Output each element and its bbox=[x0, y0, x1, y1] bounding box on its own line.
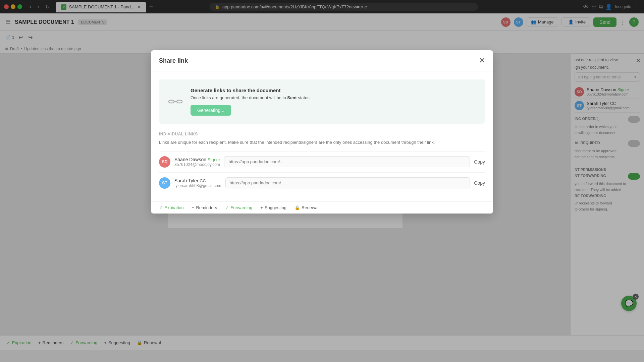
link-url-sarah[interactable] bbox=[225, 177, 470, 188]
renewal-lock-icon-modal: 🔒 bbox=[294, 205, 300, 210]
link-name-sarah: Sarah Tyler CC bbox=[174, 178, 221, 183]
renewal-tab-label: Renewal bbox=[302, 205, 319, 210]
modal-bottom-tabs: ✓ Expiration + Reminders ✓ Forwarding + … bbox=[151, 201, 493, 214]
link-email-shane: 85761024@moodjoy.com bbox=[174, 162, 220, 167]
share-info-text: Generate links to share the document Onc… bbox=[191, 87, 311, 116]
modal-close-btn[interactable]: ✕ bbox=[479, 56, 485, 65]
link-name-shane: Shane Dawson Signer bbox=[174, 157, 220, 162]
copy-btn-shane[interactable]: Copy bbox=[474, 159, 485, 165]
modal-tab-reminders[interactable]: + Reminders bbox=[192, 205, 217, 210]
link-avatar-sarah: ST bbox=[159, 177, 170, 189]
link-email-sarah: tylersarah508@gmail.com bbox=[174, 183, 221, 188]
individual-links-title: INDIVIDUAL LINKS bbox=[159, 132, 485, 136]
expiration-check-icon-modal: ✓ bbox=[159, 205, 163, 210]
share-info-box: Generate links to share the document Onc… bbox=[159, 79, 485, 124]
link-role-sarah: CC bbox=[200, 178, 206, 183]
share-link-modal: Share link ✕ Generate links to share the… bbox=[151, 50, 493, 214]
modal-tab-suggesting[interactable]: + Suggesting bbox=[260, 205, 286, 210]
modal-tab-forwarding[interactable]: ✓ Forwarding bbox=[225, 205, 252, 210]
modal-body: Generate links to share the document Onc… bbox=[151, 71, 493, 201]
link-url-shane[interactable] bbox=[224, 156, 470, 167]
link-row-shane: SD Shane Dawson Signer 85761024@moodjoy.… bbox=[159, 151, 485, 172]
link-avatar-shane: SD bbox=[159, 156, 170, 168]
reminders-tab-label: Reminders bbox=[196, 205, 217, 210]
reminders-plus-icon-modal: + bbox=[192, 205, 195, 210]
link-user-info-sarah: Sarah Tyler CC tylersarah508@gmail.com bbox=[174, 178, 221, 188]
generating-btn[interactable]: Generating... bbox=[191, 105, 231, 116]
share-info-title: Generate links to share the document bbox=[191, 87, 311, 93]
modal-tab-expiration[interactable]: ✓ Expiration bbox=[159, 205, 184, 210]
share-link-chain-icon bbox=[167, 93, 184, 110]
svg-rect-1 bbox=[177, 100, 182, 103]
expiration-tab-label: Expiration bbox=[164, 205, 184, 210]
copy-btn-sarah[interactable]: Copy bbox=[474, 180, 485, 186]
share-info-desc: Once links are generated, the document w… bbox=[191, 95, 311, 100]
forwarding-tab-label: Forwarding bbox=[230, 205, 252, 210]
modal-title: Share link bbox=[159, 57, 188, 64]
modal-header: Share link ✕ bbox=[151, 50, 493, 71]
link-row-sarah: ST Sarah Tyler CC tylersarah508@gmail.co… bbox=[159, 172, 485, 193]
modal-overlay: Share link ✕ Generate links to share the… bbox=[0, 0, 644, 362]
suggesting-tab-label: Suggesting bbox=[265, 205, 286, 210]
modal-tab-renewal[interactable]: 🔒 Renewal bbox=[294, 205, 319, 210]
link-user-info-shane: Shane Dawson Signer 85761024@moodjoy.com bbox=[174, 157, 220, 167]
forwarding-check-icon-modal: ✓ bbox=[225, 205, 229, 210]
link-role-shane: Signer bbox=[208, 157, 220, 162]
suggesting-plus-icon-modal: + bbox=[260, 205, 263, 210]
sent-status-text: Sent bbox=[287, 95, 297, 100]
svg-rect-0 bbox=[169, 100, 174, 103]
individual-links-desc: Links are unique for each recipient. Mak… bbox=[159, 139, 485, 146]
